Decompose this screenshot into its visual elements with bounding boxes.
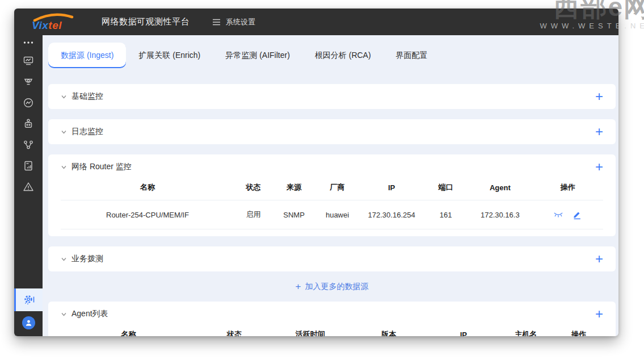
section-router-header: 网络 Router 监控 +	[61, 154, 603, 179]
add-dial-button[interactable]: +	[595, 254, 603, 264]
system-settings-label: 系统设置	[226, 17, 255, 27]
section-log-monitoring: 日志监控 +	[48, 119, 616, 144]
sidebar	[14, 35, 43, 336]
col-name: 名称	[61, 327, 196, 336]
cell-ip: 172.30.16.254	[359, 200, 424, 229]
section-router-monitoring: 网络 Router 监控 + 名称 状态 来源	[48, 154, 616, 236]
edit-pencil-icon	[572, 210, 582, 220]
logo-part-blue: Vix	[32, 19, 48, 31]
top-header: Vixtel 网络数据可观测性平台 系统设置	[14, 9, 618, 35]
monitor-chart-icon	[23, 55, 34, 66]
col-ip: IP	[359, 179, 424, 200]
col-active-time: 活跃时间	[272, 327, 348, 336]
section-agent-list: Agent列表 + 名称 状态 活跃时间	[48, 302, 616, 336]
section-dial-test: 业务拨测 +	[48, 246, 616, 271]
add-agent-button[interactable]: +	[595, 309, 603, 319]
sidebar-item-more[interactable]	[14, 35, 43, 50]
col-agent: Agent	[468, 179, 533, 200]
topology-icon	[23, 139, 34, 150]
chevron-down-icon[interactable]	[61, 129, 67, 135]
section-router-title: 网络 Router 监控	[71, 162, 132, 172]
sidebar-item-dashboard[interactable]	[14, 50, 43, 71]
col-name: 名称	[61, 179, 234, 200]
user-icon	[24, 319, 33, 327]
sidebar-item-topology[interactable]	[14, 134, 43, 155]
eye-invisible-icon	[553, 210, 563, 220]
section-agent-title: Agent列表	[71, 309, 108, 319]
page-title: 网络数据可观测性平台	[102, 16, 190, 27]
cell-port: 161	[424, 200, 467, 229]
hide-row-button[interactable]	[553, 210, 563, 220]
cell-agent: 172.30.16.3	[468, 200, 533, 229]
col-version: 版本	[348, 327, 430, 336]
agent-table-header-row: 名称 状态 活跃时间 版本 IP 主机名 操作	[61, 327, 603, 336]
section-basic-monitoring: 基础监控 +	[48, 84, 616, 109]
chevron-down-icon[interactable]	[61, 94, 67, 100]
cell-source: SNMP	[272, 200, 315, 229]
sidebar-item-alerts[interactable]	[14, 176, 43, 197]
tab-rca[interactable]: 根因分析 (RCA)	[302, 43, 384, 68]
cell-actions	[533, 200, 603, 229]
section-log-header: 日志监控 +	[61, 119, 603, 144]
tab-ingest[interactable]: 数据源 (Ingest)	[48, 43, 126, 68]
section-dial-header: 业务拨测 +	[61, 246, 603, 271]
table-row: Router-254-CPU/MEM/IF 启用 SNMP huawei 172…	[61, 200, 603, 229]
dome-camera-icon	[23, 76, 34, 87]
section-agent-header: Agent列表 +	[61, 302, 603, 327]
sidebar-item-report[interactable]	[14, 155, 43, 176]
chevron-down-icon[interactable]	[61, 311, 67, 317]
col-source: 来源	[272, 179, 315, 200]
add-router-button[interactable]: +	[595, 162, 603, 172]
chevron-down-icon[interactable]	[61, 256, 67, 262]
tab-enrich[interactable]: 扩展关联 (Enrich)	[126, 43, 213, 68]
router-table: 名称 状态 来源 厂商 IP 端口 Agent 操作	[61, 179, 603, 229]
sidebar-item-performance[interactable]	[14, 92, 43, 113]
hamburger-icon	[212, 19, 221, 26]
section-dial-title: 业务拨测	[71, 254, 103, 264]
app-window: Vixtel 网络数据可观测性平台 系统设置	[14, 9, 618, 336]
section-basic-header: 基础监控 +	[61, 84, 603, 109]
cell-vendor: huawei	[315, 200, 359, 229]
chevron-down-icon[interactable]	[61, 164, 67, 170]
add-log-button[interactable]: +	[595, 127, 603, 137]
col-hostname: 主机名	[498, 327, 554, 336]
plus-icon: +	[296, 283, 301, 291]
tab-bar: 数据源 (Ingest) 扩展关联 (Enrich) 异常监测 (AIFilte…	[48, 43, 616, 68]
col-status: 状态	[196, 327, 272, 336]
document-chart-icon	[23, 160, 34, 171]
add-more-label: 加入更多的数据源	[305, 282, 368, 292]
tab-ui-config[interactable]: 界面配置	[384, 43, 440, 68]
col-actions: 操作	[533, 179, 603, 200]
system-settings-menu[interactable]: 系统设置	[212, 17, 255, 27]
gauge-pulse-icon	[23, 97, 34, 108]
content-area: 数据源 (Ingest) 扩展关联 (Enrich) 异常监测 (AIFilte…	[43, 35, 618, 336]
vixtel-logo: Vixtel	[30, 12, 75, 32]
cell-name: Router-254-CPU/MEM/IF	[61, 200, 234, 229]
logo-part-orange: tel	[48, 19, 62, 31]
router-table-header-row: 名称 状态 来源 厂商 IP 端口 Agent 操作	[61, 179, 603, 200]
add-basic-button[interactable]: +	[595, 91, 603, 102]
sidebar-item-surveillance[interactable]	[14, 71, 43, 92]
robot-icon	[23, 118, 34, 129]
sidebar-item-robot[interactable]	[14, 113, 43, 134]
col-status: 状态	[234, 179, 272, 200]
col-actions: 操作	[554, 327, 603, 336]
sidebar-item-system-settings-active[interactable]	[14, 288, 43, 311]
section-basic-title: 基础监控	[71, 91, 103, 102]
col-ip: IP	[430, 327, 498, 336]
gear-icon	[23, 294, 36, 306]
tab-aifilter[interactable]: 异常监测 (AIFilter)	[213, 43, 302, 68]
main-row: 数据源 (Ingest) 扩展关联 (Enrich) 异常监测 (AIFilte…	[14, 35, 618, 336]
logo-text: Vixtel	[32, 19, 62, 32]
user-avatar[interactable]	[22, 316, 35, 329]
add-more-datasource-link[interactable]: + 加入更多的数据源	[48, 282, 616, 292]
warning-triangle-icon	[23, 181, 34, 193]
ellipsis-icon	[23, 40, 34, 45]
edit-row-button[interactable]	[572, 210, 582, 220]
section-log-title: 日志监控	[71, 127, 103, 137]
agent-table: 名称 状态 活跃时间 版本 IP 主机名 操作	[61, 327, 603, 336]
col-port: 端口	[424, 179, 467, 200]
cell-status: 启用	[234, 200, 272, 229]
col-vendor: 厂商	[315, 179, 359, 200]
